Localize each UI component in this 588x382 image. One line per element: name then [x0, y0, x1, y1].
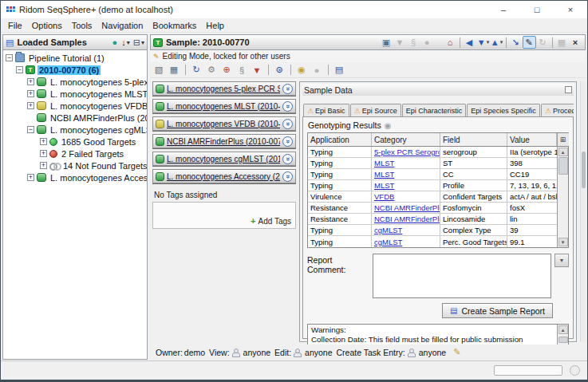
- column-config-icon[interactable]: ⊞: [558, 133, 569, 147]
- task-expand-button[interactable]: »: [282, 101, 293, 112]
- table-row[interactable]: Typing cgMLST Complex Type 39: [308, 225, 557, 236]
- category-link[interactable]: NCBI AMRFinderPlus: [374, 215, 440, 223]
- menu-item[interactable]: Bookmarks: [148, 20, 201, 31]
- task-overview-icon[interactable]: ▣: [380, 36, 393, 49]
- category-link[interactable]: cgMLST: [374, 238, 402, 246]
- maximize-button[interactable]: □: [520, 1, 554, 18]
- menu-item[interactable]: File: [3, 20, 27, 31]
- next-sample-icon[interactable]: ▼▾: [476, 36, 490, 49]
- task-link[interactable]: L. monocytogenes cgMLST (2010-00...: [167, 155, 280, 163]
- task-expand-button[interactable]: »: [282, 171, 293, 182]
- tree-expander[interactable]: [6, 54, 13, 61]
- add-tags-button[interactable]: + Add Tags: [251, 216, 291, 226]
- tree-expander[interactable]: [27, 90, 34, 97]
- task-link[interactable]: NCBI AMRFinderPlus (2010-00770): [167, 137, 280, 146]
- task-header[interactable]: L. monocytogenes Accessory (2010... »: [152, 169, 296, 183]
- report-comment-input[interactable]: [373, 254, 551, 298]
- category-link[interactable]: 5-plex PCR Serogroup: [374, 148, 440, 156]
- table-row[interactable]: Virulence VFDB Confident Targets actA / …: [308, 191, 557, 203]
- back-icon[interactable]: ◀: [463, 36, 476, 49]
- scroll-up-icon[interactable]: ▴: [558, 325, 568, 334]
- tree-item[interactable]: L. monocytogenes 5-plex PCR Serogroup (2…: [3, 76, 147, 88]
- right-panel-scrollbar[interactable]: [580, 81, 586, 342]
- menu-item[interactable]: Navigation: [97, 20, 148, 31]
- tree-expander[interactable]: [27, 78, 34, 85]
- sort-az-icon[interactable]: ↓▾: [121, 37, 130, 47]
- task-expand-button[interactable]: »: [282, 136, 293, 147]
- task-header[interactable]: L. monocytogenes cgMLST (2010-00... »: [152, 152, 296, 166]
- tree-item[interactable]: 2010-00770 (6): [3, 64, 147, 76]
- tab[interactable]: ⚠ ▦ Epi Basic: [303, 104, 349, 117]
- collapse-all-icon[interactable]: ⊟▾: [133, 37, 144, 48]
- report-icon[interactable]: ▤: [333, 64, 346, 77]
- column-header-value[interactable]: Value: [507, 133, 557, 146]
- table-row[interactable]: Typing MLST CC CC19: [308, 169, 557, 180]
- close-button[interactable]: ×: [554, 1, 587, 18]
- export-table-icon[interactable]: ▦: [168, 64, 181, 77]
- minimize-button[interactable]: –: [487, 1, 520, 18]
- tree-expander[interactable]: [27, 174, 34, 181]
- category-link[interactable]: VFDB: [374, 192, 394, 201]
- menu-item[interactable]: Help: [201, 20, 229, 31]
- submit-icon[interactable]: ↘: [509, 36, 523, 49]
- task-header[interactable]: L. monocytogenes MLST (2010-00770) »: [152, 99, 296, 113]
- task-link[interactable]: L. monocytogenes Accessory (2010...: [167, 172, 280, 181]
- menu-item[interactable]: Tools: [67, 20, 97, 31]
- globe-help-icon[interactable]: ◉: [295, 64, 309, 77]
- attachments-icon[interactable]: §: [407, 36, 420, 49]
- upload-ncbi-icon[interactable]: ▼: [251, 64, 264, 77]
- sync-icon[interactable]: ↻: [536, 36, 550, 49]
- edit-permissions-icon[interactable]: ✎: [453, 347, 460, 357]
- export-image-icon[interactable]: ▧: [152, 64, 166, 77]
- tree-item[interactable]: L. monocytogenes Accessory (2010-00770): [3, 171, 147, 183]
- task-expand-button[interactable]: »: [282, 84, 293, 94]
- tree-expander[interactable]: [16, 66, 23, 73]
- paperclip-icon[interactable]: §: [235, 64, 249, 77]
- scroll-thumb[interactable]: [558, 157, 568, 175]
- task-header[interactable]: L. monocytogenes 5-plex PCR Sero... »: [152, 81, 296, 96]
- table-row[interactable]: Typing 5-plex PCR Serogroup serogroup II…: [308, 147, 557, 158]
- edit-mode-icon[interactable]: ✎: [523, 36, 536, 49]
- task-header[interactable]: L. monocytogenes VFDB (2010-00770) »: [152, 116, 296, 131]
- tree-expander[interactable]: [40, 162, 47, 169]
- target-icon[interactable]: ⊕: [220, 64, 234, 77]
- table-row[interactable]: Resistance NCBI AMRFinderPlus Fosfomycin…: [308, 203, 557, 214]
- table-row[interactable]: Typing MLST Profile 7, 13, 19, 6, 1, 7, …: [308, 180, 557, 191]
- task-expand-button[interactable]: »: [282, 154, 293, 164]
- column-header-field[interactable]: Field: [440, 133, 507, 146]
- task-expand-button[interactable]: »: [282, 119, 293, 129]
- scroll-thumb[interactable]: [558, 337, 568, 343]
- task-gear-icon[interactable]: ⚙: [205, 64, 219, 77]
- status-circle-icon[interactable]: ●: [420, 36, 434, 49]
- category-link[interactable]: MLST: [374, 181, 394, 190]
- tree-item[interactable]: Pipeline Tutorial (1): [3, 52, 147, 64]
- task-link[interactable]: L. monocytogenes VFDB (2010-00770): [167, 120, 280, 128]
- category-link[interactable]: NCBI AMRFinderPlus: [374, 203, 440, 212]
- scroll-thumb[interactable]: [582, 152, 586, 188]
- table-scrollbar[interactable]: ⊞ ▴ ▾: [557, 133, 568, 247]
- tree-item[interactable]: 14 Not Found Targets: [3, 159, 147, 171]
- create-sample-report-button[interactable]: ▤ Create Sample Report: [442, 303, 553, 318]
- table-row[interactable]: Typing cgMLST Perc. Good Targets 99.1: [308, 236, 557, 247]
- category-link[interactable]: MLST: [374, 159, 394, 167]
- category-link[interactable]: MLST: [374, 170, 394, 179]
- tab[interactable]: ⚠ ▦ Epi Species Specific: [467, 104, 540, 117]
- close-sample-icon[interactable]: ×: [569, 36, 582, 49]
- column-header-application[interactable]: Application: [308, 133, 372, 146]
- search-icon[interactable]: ⊙: [273, 64, 286, 77]
- tree-expander[interactable]: [40, 138, 47, 145]
- tree-expander[interactable]: [27, 126, 34, 133]
- previous-sample-icon[interactable]: ▲▾: [490, 36, 503, 49]
- import-samples-db-icon[interactable]: ●: [112, 37, 119, 47]
- category-link[interactable]: cgMLST: [374, 226, 402, 234]
- recompute-icon[interactable]: ↻: [190, 64, 203, 77]
- report-comment-dropdown[interactable]: ▼: [554, 254, 569, 267]
- tab[interactable]: ⚠ ▦ Epi Characteristic: [402, 104, 467, 117]
- task-link[interactable]: L. monocytogenes 5-plex PCR Sero...: [167, 85, 280, 93]
- task-link[interactable]: L. monocytogenes MLST (2010-00770): [167, 102, 280, 111]
- task-header[interactable]: NCBI AMRFinderPlus (2010-00770) »: [152, 134, 296, 148]
- tree-expander[interactable]: [40, 150, 47, 157]
- scroll-down-icon[interactable]: ▾: [558, 238, 568, 246]
- tree-item[interactable]: 2 Failed Targets: [3, 148, 147, 159]
- table-row[interactable]: Resistance NCBI AMRFinderPlus Lincosamid…: [308, 214, 557, 225]
